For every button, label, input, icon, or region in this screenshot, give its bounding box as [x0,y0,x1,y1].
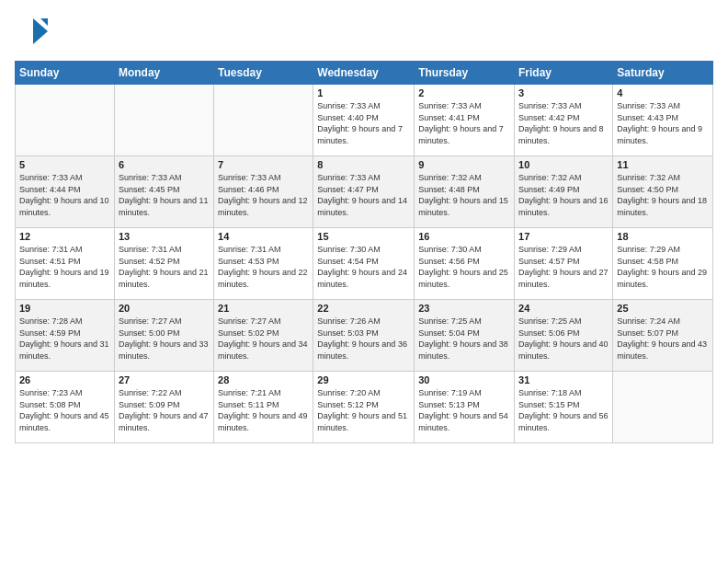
calendar-cell: 23Sunrise: 7:25 AMSunset: 5:04 PMDayligh… [415,300,515,372]
day-number: 22 [317,303,410,314]
day-number: 14 [218,231,309,242]
calendar-cell: 12Sunrise: 7:31 AMSunset: 4:51 PMDayligh… [16,228,115,300]
day-number: 13 [119,231,210,242]
day-number: 23 [418,303,510,314]
day-number: 19 [19,303,110,314]
day-info: Sunrise: 7:32 AMSunset: 4:50 PMDaylight:… [617,172,709,218]
day-info: Sunrise: 7:25 AMSunset: 5:06 PMDaylight:… [518,316,609,362]
day-number: 16 [418,231,510,242]
calendar-cell: 4Sunrise: 7:33 AMSunset: 4:43 PMDaylight… [613,85,713,156]
calendar-week-row: 12Sunrise: 7:31 AMSunset: 4:51 PMDayligh… [16,228,713,300]
day-number: 6 [119,159,210,170]
day-info: Sunrise: 7:18 AMSunset: 5:15 PMDaylight:… [518,387,609,433]
calendar-cell: 24Sunrise: 7:25 AMSunset: 5:06 PMDayligh… [515,300,613,372]
calendar-cell: 9Sunrise: 7:32 AMSunset: 4:48 PMDaylight… [415,156,515,228]
calendar-cell: 26Sunrise: 7:23 AMSunset: 5:08 PMDayligh… [16,372,115,443]
calendar-cell [16,85,115,156]
day-number: 2 [418,87,510,98]
day-info: Sunrise: 7:22 AMSunset: 5:09 PMDaylight:… [119,387,210,433]
day-number: 9 [418,159,510,170]
calendar-cell: 20Sunrise: 7:27 AMSunset: 5:00 PMDayligh… [114,300,213,372]
day-info: Sunrise: 7:33 AMSunset: 4:43 PMDaylight:… [617,100,709,146]
day-number: 4 [617,87,709,98]
calendar-cell: 29Sunrise: 7:20 AMSunset: 5:12 PMDayligh… [313,372,415,443]
calendar-week-row: 19Sunrise: 7:28 AMSunset: 4:59 PMDayligh… [16,300,713,372]
calendar-cell: 28Sunrise: 7:21 AMSunset: 5:11 PMDayligh… [214,372,313,443]
day-info: Sunrise: 7:32 AMSunset: 4:49 PMDaylight:… [518,172,609,218]
weekday-header-friday: Friday [515,62,613,85]
day-info: Sunrise: 7:31 AMSunset: 4:51 PMDaylight:… [19,244,110,290]
calendar-cell: 15Sunrise: 7:30 AMSunset: 4:54 PMDayligh… [313,228,415,300]
weekday-header-tuesday: Tuesday [214,62,313,85]
day-info: Sunrise: 7:23 AMSunset: 5:08 PMDaylight:… [19,387,110,433]
calendar-cell: 27Sunrise: 7:22 AMSunset: 5:09 PMDayligh… [114,372,213,443]
day-number: 29 [317,374,410,385]
calendar-cell [613,372,713,443]
day-number: 3 [518,87,609,98]
calendar-cell: 10Sunrise: 7:32 AMSunset: 4:49 PMDayligh… [515,156,613,228]
day-number: 30 [418,374,510,385]
day-info: Sunrise: 7:33 AMSunset: 4:40 PMDaylight:… [317,100,410,146]
day-number: 17 [518,231,609,242]
calendar-cell: 11Sunrise: 7:32 AMSunset: 4:50 PMDayligh… [613,156,713,228]
day-number: 24 [518,303,609,314]
weekday-header-sunday: Sunday [16,62,115,85]
calendar-cell: 6Sunrise: 7:33 AMSunset: 4:45 PMDaylight… [114,156,213,228]
day-number: 11 [617,159,709,170]
day-info: Sunrise: 7:33 AMSunset: 4:46 PMDaylight:… [218,172,309,218]
day-number: 25 [617,303,709,314]
calendar-cell: 2Sunrise: 7:33 AMSunset: 4:41 PMDaylight… [415,85,515,156]
calendar-cell: 21Sunrise: 7:27 AMSunset: 5:02 PMDayligh… [214,300,313,372]
day-number: 26 [19,374,110,385]
day-number: 20 [119,303,210,314]
day-number: 21 [218,303,309,314]
weekday-header-thursday: Thursday [415,62,515,85]
day-number: 31 [518,374,609,385]
day-number: 12 [19,231,110,242]
day-number: 8 [317,159,410,170]
day-number: 18 [617,231,709,242]
day-info: Sunrise: 7:33 AMSunset: 4:42 PMDaylight:… [518,100,609,146]
calendar-cell: 18Sunrise: 7:29 AMSunset: 4:58 PMDayligh… [613,228,713,300]
calendar-cell: 3Sunrise: 7:33 AMSunset: 4:42 PMDaylight… [515,85,613,156]
day-info: Sunrise: 7:33 AMSunset: 4:47 PMDaylight:… [317,172,410,218]
calendar-cell: 31Sunrise: 7:18 AMSunset: 5:15 PMDayligh… [515,372,613,443]
calendar-cell: 25Sunrise: 7:24 AMSunset: 5:07 PMDayligh… [613,300,713,372]
day-number: 7 [218,159,309,170]
calendar-week-row: 26Sunrise: 7:23 AMSunset: 5:08 PMDayligh… [16,372,713,443]
day-info: Sunrise: 7:30 AMSunset: 4:54 PMDaylight:… [317,244,410,290]
calendar-cell: 7Sunrise: 7:33 AMSunset: 4:46 PMDaylight… [214,156,313,228]
day-info: Sunrise: 7:31 AMSunset: 4:52 PMDaylight:… [119,244,210,290]
day-info: Sunrise: 7:25 AMSunset: 5:04 PMDaylight:… [418,316,510,362]
calendar-cell [214,85,313,156]
calendar-cell: 16Sunrise: 7:30 AMSunset: 4:56 PMDayligh… [415,228,515,300]
day-number: 27 [119,374,210,385]
weekday-header-wednesday: Wednesday [313,62,415,85]
day-number: 5 [19,159,110,170]
day-info: Sunrise: 7:24 AMSunset: 5:07 PMDaylight:… [617,316,709,362]
day-info: Sunrise: 7:20 AMSunset: 5:12 PMDaylight:… [317,387,410,433]
day-number: 15 [317,231,410,242]
day-info: Sunrise: 7:28 AMSunset: 4:59 PMDaylight:… [19,316,110,362]
day-info: Sunrise: 7:21 AMSunset: 5:11 PMDaylight:… [218,387,309,433]
calendar-week-row: 5Sunrise: 7:33 AMSunset: 4:44 PMDaylight… [16,156,713,228]
day-info: Sunrise: 7:32 AMSunset: 4:48 PMDaylight:… [418,172,510,218]
calendar-week-row: 1Sunrise: 7:33 AMSunset: 4:40 PMDaylight… [16,85,713,156]
calendar-cell: 22Sunrise: 7:26 AMSunset: 5:03 PMDayligh… [313,300,415,372]
calendar-cell: 17Sunrise: 7:29 AMSunset: 4:57 PMDayligh… [515,228,613,300]
day-info: Sunrise: 7:19 AMSunset: 5:13 PMDaylight:… [418,387,510,433]
weekday-header-monday: Monday [114,62,213,85]
calendar-cell: 8Sunrise: 7:33 AMSunset: 4:47 PMDaylight… [313,156,415,228]
day-info: Sunrise: 7:33 AMSunset: 4:41 PMDaylight:… [418,100,510,146]
calendar-cell: 1Sunrise: 7:33 AMSunset: 4:40 PMDaylight… [313,85,415,156]
day-info: Sunrise: 7:29 AMSunset: 4:58 PMDaylight:… [617,244,709,290]
page-header [15,15,713,52]
day-info: Sunrise: 7:30 AMSunset: 4:56 PMDaylight:… [418,244,510,290]
calendar-cell: 13Sunrise: 7:31 AMSunset: 4:52 PMDayligh… [114,228,213,300]
calendar-cell: 30Sunrise: 7:19 AMSunset: 5:13 PMDayligh… [415,372,515,443]
calendar-body: 1Sunrise: 7:33 AMSunset: 4:40 PMDaylight… [16,85,713,443]
logo [15,15,50,52]
day-info: Sunrise: 7:29 AMSunset: 4:57 PMDaylight:… [518,244,609,290]
day-number: 1 [317,87,410,98]
day-info: Sunrise: 7:33 AMSunset: 4:44 PMDaylight:… [19,172,110,218]
